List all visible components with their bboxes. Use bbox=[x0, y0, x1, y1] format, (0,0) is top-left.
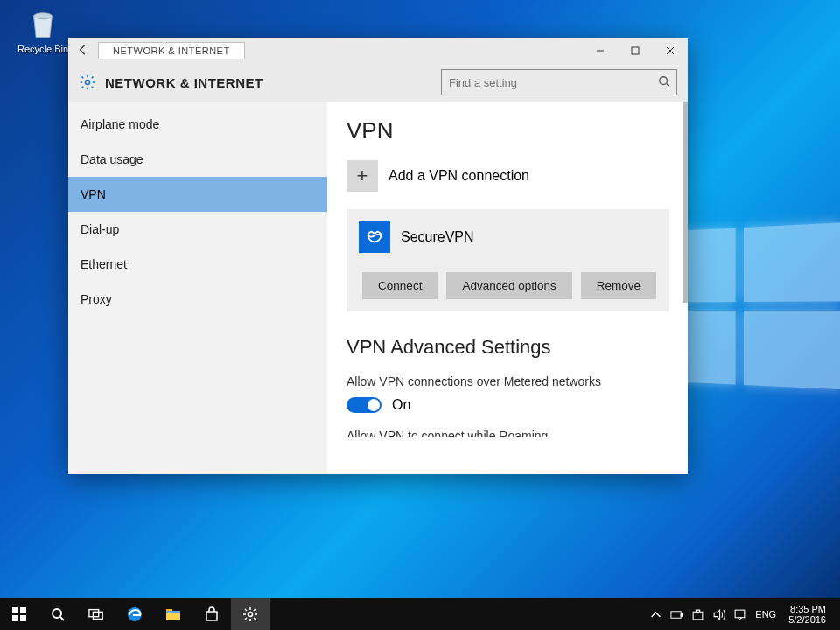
sidebar-item-proxy[interactable]: Proxy bbox=[68, 282, 327, 317]
recycle-bin[interactable]: Recycle Bin bbox=[12, 5, 74, 54]
system-tray: ENG 8:35 PM 5/2/2016 bbox=[645, 598, 840, 630]
back-button[interactable] bbox=[68, 44, 98, 59]
scrollbar[interactable] bbox=[682, 102, 688, 303]
sidebar-item-dial-up[interactable]: Dial-up bbox=[68, 212, 327, 247]
remove-button[interactable]: Remove bbox=[581, 272, 656, 299]
metered-label: Allow VPN connections over Metered netwo… bbox=[346, 374, 668, 388]
desktop: Recycle Bin NETWORK & INTERNET NETWORK &… bbox=[0, 0, 840, 630]
vpn-name: SecureVPN bbox=[401, 229, 474, 245]
recycle-bin-icon bbox=[24, 5, 61, 42]
tray-time: 8:35 PM bbox=[788, 604, 826, 614]
gear-icon bbox=[79, 74, 96, 91]
tray-battery-icon[interactable] bbox=[666, 608, 687, 621]
sidebar-item-data-usage[interactable]: Data usage bbox=[68, 142, 327, 177]
sidebar-item-airplane-mode[interactable]: Airplane mode bbox=[68, 107, 327, 142]
roaming-label-cut: Allow VPN to connect while Roaming bbox=[346, 429, 668, 438]
taskbar-store[interactable] bbox=[192, 598, 231, 630]
window-tab-title: NETWORK & INTERNET bbox=[98, 42, 245, 60]
svg-rect-10 bbox=[93, 612, 102, 619]
taskbar-file-explorer[interactable] bbox=[154, 598, 192, 630]
minimize-button[interactable] bbox=[583, 38, 618, 63]
svg-rect-18 bbox=[681, 612, 682, 616]
task-view-button[interactable] bbox=[77, 598, 116, 630]
section-heading-vpn: VPN bbox=[346, 117, 668, 144]
svg-point-2 bbox=[86, 80, 90, 85]
connect-button[interactable]: Connect bbox=[362, 272, 438, 299]
tray-date: 5/2/2016 bbox=[788, 614, 826, 625]
svg-point-16 bbox=[248, 612, 253, 617]
sidebar-item-vpn[interactable]: VPN bbox=[68, 177, 327, 212]
titlebar[interactable]: NETWORK & INTERNET bbox=[68, 38, 688, 63]
page-title: NETWORK & INTERNET bbox=[105, 75, 263, 90]
metered-toggle[interactable] bbox=[346, 397, 382, 413]
search-input[interactable] bbox=[441, 69, 677, 95]
svg-rect-20 bbox=[735, 610, 745, 618]
start-button[interactable] bbox=[0, 598, 38, 630]
svg-point-8 bbox=[52, 609, 61, 618]
svg-rect-1 bbox=[632, 47, 639, 54]
taskbar-settings[interactable] bbox=[231, 598, 270, 630]
recycle-bin-label: Recycle Bin bbox=[18, 44, 68, 54]
sidebar: Airplane mode Data usage VPN Dial-up Eth… bbox=[68, 102, 327, 474]
search-icon bbox=[658, 75, 670, 91]
svg-rect-17 bbox=[671, 611, 681, 618]
section-heading-advanced: VPN Advanced Settings bbox=[346, 336, 668, 359]
svg-rect-6 bbox=[12, 615, 18, 621]
advanced-options-button[interactable]: Advanced options bbox=[446, 272, 571, 299]
tray-network-icon[interactable] bbox=[687, 608, 708, 621]
taskbar-search-button[interactable] bbox=[38, 598, 77, 630]
add-vpn-label: Add a VPN connection bbox=[388, 168, 529, 184]
svg-rect-15 bbox=[206, 612, 217, 620]
add-vpn-button[interactable]: + Add a VPN connection bbox=[346, 160, 668, 192]
vpn-icon bbox=[359, 221, 390, 253]
tray-volume-icon[interactable] bbox=[708, 608, 729, 621]
plus-icon: + bbox=[346, 160, 378, 192]
tray-notifications-icon[interactable] bbox=[729, 608, 750, 621]
svg-point-3 bbox=[660, 77, 668, 85]
main-panel: VPN + Add a VPN connection SecureVPN bbox=[327, 102, 688, 474]
svg-rect-19 bbox=[693, 612, 703, 620]
svg-rect-4 bbox=[12, 607, 18, 613]
svg-rect-14 bbox=[166, 611, 180, 613]
vpn-entry[interactable]: SecureVPN Connect Advanced options Remov… bbox=[346, 209, 668, 312]
taskbar-edge[interactable] bbox=[116, 598, 154, 630]
tray-chevron-up-icon[interactable] bbox=[645, 608, 666, 621]
tray-language[interactable]: ENG bbox=[750, 609, 781, 620]
metered-state: On bbox=[392, 397, 410, 413]
taskbar: ENG 8:35 PM 5/2/2016 bbox=[0, 598, 840, 630]
settings-window: NETWORK & INTERNET NETWORK & INTERNET Ai… bbox=[68, 38, 688, 474]
svg-point-0 bbox=[34, 13, 52, 19]
settings-header: NETWORK & INTERNET bbox=[68, 63, 688, 102]
tray-clock[interactable]: 8:35 PM 5/2/2016 bbox=[781, 604, 833, 625]
maximize-button[interactable] bbox=[618, 38, 653, 63]
sidebar-item-ethernet[interactable]: Ethernet bbox=[68, 247, 327, 282]
svg-rect-5 bbox=[20, 607, 26, 613]
svg-rect-9 bbox=[89, 610, 99, 617]
close-button[interactable] bbox=[653, 38, 688, 63]
svg-rect-7 bbox=[20, 615, 26, 621]
